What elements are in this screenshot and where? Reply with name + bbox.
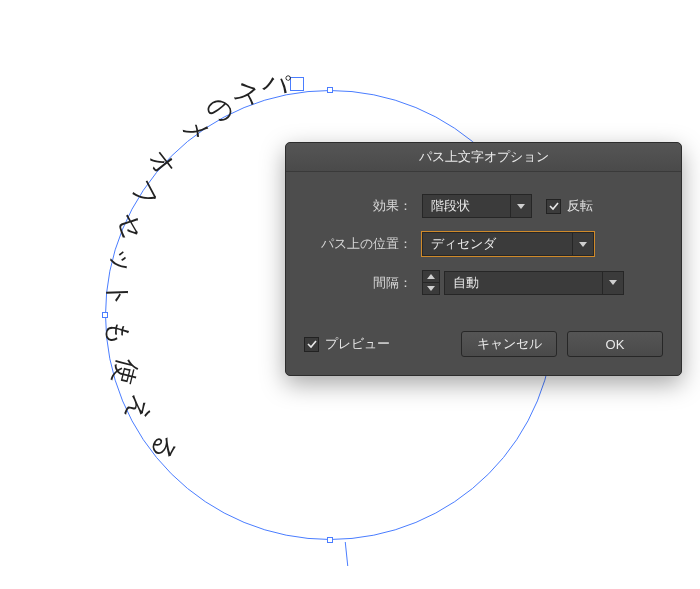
cancel-button[interactable]: キャンセル bbox=[461, 331, 557, 357]
spacing-stepper[interactable] bbox=[422, 270, 440, 295]
anchor-top[interactable] bbox=[327, 87, 333, 93]
chevron-down-icon bbox=[572, 233, 593, 255]
path-end-marker bbox=[345, 542, 349, 566]
effect-select[interactable]: 階段状 bbox=[422, 194, 532, 218]
ok-button[interactable]: OK bbox=[567, 331, 663, 357]
chevron-down-icon bbox=[602, 272, 623, 294]
spacing-select[interactable]: 自動 bbox=[444, 271, 624, 295]
stepper-down-icon[interactable] bbox=[423, 282, 439, 294]
anchor-bottom[interactable] bbox=[327, 537, 333, 543]
align-value: ディセンダ bbox=[423, 235, 572, 253]
preview-label: プレビュー bbox=[325, 335, 390, 353]
flip-label: 反転 bbox=[567, 197, 593, 215]
text-cursor-marker[interactable] bbox=[290, 77, 304, 91]
align-to-path-select[interactable]: ディセンダ bbox=[422, 232, 594, 256]
spacing-label: 間隔 bbox=[373, 275, 399, 290]
anchor-left[interactable] bbox=[102, 312, 108, 318]
preview-checkbox[interactable]: プレビュー bbox=[304, 335, 390, 353]
checkbox-checked-icon bbox=[304, 337, 319, 352]
path-glyph: も bbox=[100, 318, 138, 349]
align-label: パス上の位置 bbox=[321, 236, 399, 251]
checkbox-checked-icon bbox=[546, 199, 561, 214]
dialog-title: パス上文字オプション bbox=[286, 143, 681, 172]
flip-checkbox[interactable]: 反転 bbox=[546, 197, 593, 215]
effect-value: 階段状 bbox=[423, 197, 510, 215]
path-glyph: ト bbox=[100, 281, 136, 309]
stepper-up-icon[interactable] bbox=[423, 271, 439, 282]
chevron-down-icon bbox=[510, 195, 531, 217]
type-on-path-options-dialog: パス上文字オプション 効果： 階段状 反転 bbox=[285, 142, 682, 376]
effect-label: 効果 bbox=[373, 198, 399, 213]
spacing-value: 自動 bbox=[445, 274, 602, 292]
artboard: パ ス の メ オ フ セ ッ ト も 使 え る パス上文字オプション 効果：… bbox=[0, 0, 700, 589]
